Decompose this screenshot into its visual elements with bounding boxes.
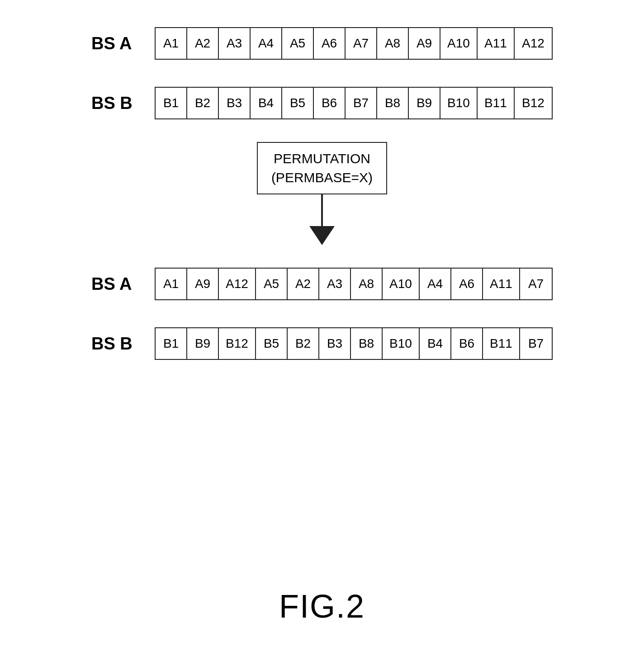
sequence-cell: A12 — [219, 269, 256, 299]
permutation-arrow — [309, 194, 335, 245]
sequence-cell: B1 — [156, 328, 187, 359]
sequence-cell: B8 — [351, 328, 383, 359]
bsb-before-row: BS B B1B2B3B4B5B6B7B8B9B10B11B12 — [91, 87, 553, 119]
bsa-before-sequence: A1A2A3A4A5A6A7A8A9A10A11A12 — [155, 27, 553, 60]
sequence-cell: A11 — [478, 28, 515, 59]
sequence-cell: B11 — [483, 328, 520, 359]
sequence-cell: B2 — [187, 88, 219, 118]
sequence-cell: B10 — [383, 328, 420, 359]
sequence-cell: A1 — [156, 269, 187, 299]
permutation-line1: PERMUTATION — [274, 151, 370, 166]
sequence-cell: A10 — [383, 269, 420, 299]
sequence-cell: B4 — [251, 88, 282, 118]
sequence-cell: A5 — [282, 28, 314, 59]
bsa-after-sequence: A1A9A12A5A2A3A8A10A4A6A11A7 — [155, 268, 553, 300]
sequence-cell: B7 — [346, 88, 377, 118]
bsa-before-label: BS A — [91, 34, 146, 53]
sequence-cell: A2 — [288, 269, 319, 299]
sequence-cell: A7 — [346, 28, 377, 59]
sequence-cell: B9 — [187, 328, 219, 359]
bsb-after-sequence: B1B9B12B5B2B3B8B10B4B6B11B7 — [155, 327, 553, 360]
bsb-before-label: BS B — [91, 94, 146, 113]
sequence-cell: A6 — [451, 269, 483, 299]
bsa-after-label: BS A — [91, 274, 146, 294]
sequence-cell: B4 — [420, 328, 451, 359]
permutation-line2: (PERMBASE=X) — [271, 170, 373, 185]
sequence-cell: B8 — [377, 88, 409, 118]
sequence-cell: B7 — [520, 328, 552, 359]
sequence-cell: B2 — [288, 328, 319, 359]
sequence-cell: A8 — [377, 28, 409, 59]
sequence-cell: A4 — [420, 269, 451, 299]
sequence-cell: A9 — [187, 269, 219, 299]
sequence-cell: B3 — [219, 88, 251, 118]
sequence-cell: B12 — [515, 88, 552, 118]
sequence-cell: B5 — [282, 88, 314, 118]
sequence-cell: B5 — [256, 328, 288, 359]
sequence-cell: B10 — [440, 88, 478, 118]
sequence-cell: B6 — [314, 88, 346, 118]
permutation-label: PERMUTATION (PERMBASE=X) — [257, 142, 387, 194]
sequence-cell: A6 — [314, 28, 346, 59]
sequence-cell: A11 — [483, 269, 520, 299]
sequence-cell: A7 — [520, 269, 552, 299]
permutation-block: PERMUTATION (PERMBASE=X) — [257, 142, 387, 245]
bsb-after-label: BS B — [91, 334, 146, 354]
sequence-cell: A9 — [409, 28, 440, 59]
sequence-cell: A3 — [319, 269, 351, 299]
sequence-cell: A12 — [515, 28, 552, 59]
sequence-cell: A10 — [440, 28, 478, 59]
sequence-cell: A8 — [351, 269, 383, 299]
sequence-cell: B9 — [409, 88, 440, 118]
sequence-cell: B6 — [451, 328, 483, 359]
sequence-cell: B1 — [156, 88, 187, 118]
sequence-cell: A1 — [156, 28, 187, 59]
bsb-before-sequence: B1B2B3B4B5B6B7B8B9B10B11B12 — [155, 87, 553, 119]
arrow-head — [309, 226, 335, 245]
sequence-cell: A5 — [256, 269, 288, 299]
sequence-cell: B3 — [319, 328, 351, 359]
sequence-cell: B12 — [219, 328, 256, 359]
sequence-cell: B11 — [478, 88, 515, 118]
sequence-cell: A3 — [219, 28, 251, 59]
bsb-after-row: BS B B1B9B12B5B2B3B8B10B4B6B11B7 — [91, 327, 553, 360]
bsa-after-row: BS A A1A9A12A5A2A3A8A10A4A6A11A7 — [91, 268, 553, 300]
figure-label: FIG.2 — [279, 588, 365, 625]
sequence-cell: A4 — [251, 28, 282, 59]
bsa-before-row: BS A A1A2A3A4A5A6A7A8A9A10A11A12 — [91, 27, 553, 60]
sequence-cell: A2 — [187, 28, 219, 59]
diagram-container: BS A A1A2A3A4A5A6A7A8A9A10A11A12 BS B B1… — [0, 0, 644, 661]
arrow-shaft — [321, 194, 323, 226]
